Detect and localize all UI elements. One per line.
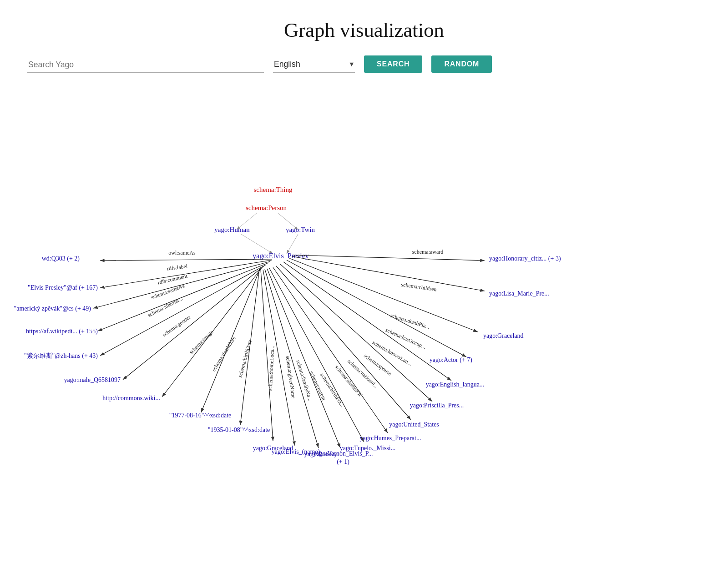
node-commons-wiki[interactable]: http://commons.wiki... (102, 395, 160, 401)
edge-rdfs-label: rdfs:label (167, 263, 188, 271)
edge-schema-givenname: schema:givenName (284, 356, 297, 399)
node-date-1935[interactable]: "1935-01-08"^^xsd:date (208, 426, 270, 433)
dropdown-arrow-icon: ▼ (349, 60, 355, 68)
edge-schema-award: schema:award (412, 249, 444, 255)
node-honorary[interactable]: yago:Honorary_citiz... (+ 3) (489, 255, 561, 262)
node-wd-q303[interactable]: wd:Q303 (+ 2) (42, 255, 80, 262)
node-af-wikipedia[interactable]: https://af.wikipedi... (+ 155) (26, 328, 98, 335)
node-lisa-marie[interactable]: yago:Lisa_Marie_Pre... (489, 290, 549, 297)
edge-schema-homeloca: schema:homeLoca... (267, 346, 275, 391)
page-title: Graph visualization (0, 0, 728, 55)
svg-line-6 (100, 259, 272, 261)
edge-schema-gender: schema:gender (161, 314, 192, 338)
node-plus1: (+ 1) (337, 458, 349, 466)
edge-schema-birthdate: schema:birthDate (237, 339, 253, 378)
node-actor[interactable]: yago:Actor (+ 7) (430, 356, 473, 364)
edge-schema-deathpla: schema:deathPla... (389, 312, 430, 330)
edge-schema-children: schema:children (401, 281, 437, 293)
node-schema-thing[interactable]: schema:Thing (254, 186, 293, 193)
search-wrapper (27, 57, 264, 73)
edge-schema-hasoccup: schema:hasOccup... (384, 327, 427, 351)
node-schema-person[interactable]: schema:Person (246, 204, 287, 211)
node-english-langua[interactable]: yago:English_langua... (426, 381, 485, 388)
graph-svg: schema:Thing schema:Person yago:Human ya… (0, 86, 728, 541)
svg-line-27 (293, 255, 485, 261)
node-americky[interactable]: "americký zpěvák"@cs (+ 49) (14, 305, 91, 312)
svg-line-5 (287, 234, 298, 254)
node-elvis-presley-af[interactable]: "Elvis Presley"@af (+ 167) (28, 284, 98, 291)
node-humes[interactable]: yago:Humes_Preparat... (360, 435, 421, 442)
node-united-states[interactable]: yago:United_States (389, 421, 439, 428)
random-button[interactable]: RANDOM (431, 55, 492, 73)
language-selector-wrapper: English French German Spanish ▼ (273, 57, 355, 73)
node-priscilla[interactable]: yago:Priscilla_Pres... (410, 402, 464, 409)
svg-line-18 (267, 269, 340, 448)
node-yago-elvis-presley[interactable]: yago:Elvis_Presley (253, 252, 309, 260)
graph-area: schema:Thing schema:Person yago:Human ya… (0, 86, 728, 541)
svg-line-23 (283, 262, 451, 381)
svg-line-25 (289, 258, 478, 332)
node-graceland2[interactable]: yago:Graceland (483, 332, 524, 339)
svg-line-20 (273, 267, 388, 433)
node-tupelo[interactable]: yago:Tupelo._Missi... (340, 445, 395, 452)
node-zi-er-wei-si[interactable]: "紫尔维斯"@zh-hans (+ 43) (24, 352, 98, 360)
node-yago-twin[interactable]: yago:Twin (286, 226, 315, 233)
edge-owl-sameas: owl:sameAs (168, 250, 196, 256)
node-yago-male[interactable]: yago:male_Q6581097 (64, 376, 121, 383)
search-input[interactable] (27, 57, 264, 73)
svg-line-26 (292, 256, 485, 291)
svg-line-4 (241, 234, 273, 254)
node-date-1977[interactable]: "1977-08-16"^^xsd:date (169, 412, 232, 419)
node-yago-human[interactable]: yago:Human (214, 226, 250, 233)
edge-schema-image: schema:image (188, 329, 214, 355)
edge-schema-familyna: schema:familyNa... (295, 359, 313, 402)
edge-schema-deathdate: schema:deathDate (210, 335, 237, 372)
language-select[interactable]: English French German Spanish (273, 57, 349, 71)
search-button[interactable]: SEARCH (364, 55, 422, 73)
toolbar: English French German Spanish ▼ SEARCH R… (0, 55, 728, 86)
